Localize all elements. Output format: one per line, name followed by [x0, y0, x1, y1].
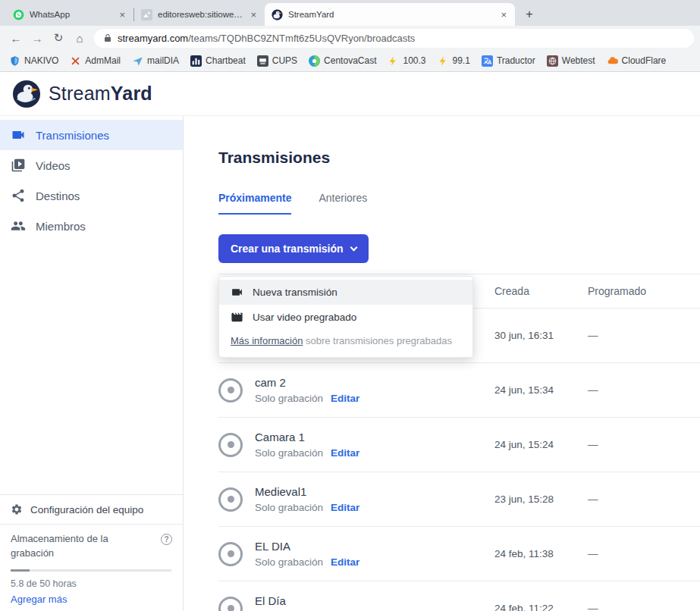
sidebar-item-destinos[interactable]: Destinos — [0, 180, 183, 211]
address-bar[interactable]: streamyard.com/teams/TQDhBC9ZNTmft6z5UsQ… — [94, 29, 694, 48]
sidebar-item-transmisiones[interactable]: Transmisiones — [0, 120, 183, 150]
broadcast-subtitle: Solo grabación — [255, 447, 323, 459]
bookmark-cloudflare[interactable]: CloudFlare — [607, 55, 667, 67]
edit-link[interactable]: Editar — [331, 447, 359, 459]
record-icon — [218, 542, 243, 566]
broadcast-title: EL DIA — [255, 540, 359, 553]
people-icon — [11, 218, 26, 233]
menu-item-prerecorded-video[interactable]: Usar video pregrabado — [219, 305, 472, 330]
bookmark-centovacast[interactable]: CentovaCast — [309, 55, 376, 67]
record-icon — [218, 433, 243, 457]
scheduled-cell: — — [588, 384, 700, 396]
bookmark-chartbeat[interactable]: Chartbeat — [190, 55, 246, 67]
bookmark-nakivo[interactable]: NAKIVO — [9, 55, 58, 67]
browser-tab-whatsapp[interactable]: WhatsApp × — [6, 3, 133, 26]
storage-progress-bar — [11, 569, 171, 572]
created-cell: 24 feb, 11:38 — [494, 548, 588, 559]
cloud-icon — [607, 55, 618, 67]
broadcast-icon — [309, 55, 320, 67]
broadcast-subtitle: Solo grabación — [255, 502, 323, 513]
forward-icon[interactable]: → — [27, 28, 47, 48]
brand-name: StreamYard — [49, 83, 152, 105]
scheduled-cell: — — [588, 603, 700, 611]
broadcast-tabs: Próximamente Anteriores — [218, 192, 700, 215]
close-icon[interactable]: × — [499, 9, 508, 20]
streamyard-favicon — [272, 9, 283, 20]
camera-icon — [231, 286, 243, 299]
page-title: Transmisiones — [218, 148, 700, 168]
more-info-link[interactable]: Más información — [231, 335, 303, 346]
globe-icon — [547, 55, 558, 67]
sidebar-bottom: Configuración del equipo Almacenamiento … — [0, 494, 183, 611]
edit-link[interactable]: Editar — [331, 556, 359, 568]
gear-icon — [11, 503, 23, 515]
sidebar-item-miembros[interactable]: Miembros — [0, 211, 183, 241]
video-library-icon — [11, 158, 26, 173]
bookmark-admmail[interactable]: AdmMail — [70, 55, 121, 67]
whatsapp-favicon — [13, 9, 24, 20]
menu-item-new-broadcast[interactable]: Nueva transmisión — [219, 280, 472, 305]
broadcast-name-cell: EL DIA Solo grabaciónEditar — [218, 540, 494, 568]
printer-icon — [257, 55, 268, 67]
create-broadcast-label: Crear una transmisión — [231, 243, 344, 255]
tab-proximamente[interactable]: Próximamente — [218, 192, 291, 215]
broadcast-name-cell: cam 2 Solo grabaciónEditar — [218, 376, 494, 404]
browser-tab-eldia[interactable]: editoresweb:sitioweb:eldia.co × — [134, 3, 265, 26]
menu-item-label: Nueva transmisión — [253, 287, 337, 298]
bookmark-label: 99.1 — [453, 55, 470, 66]
lock-icon — [103, 33, 112, 42]
menu-item-label: Usar video pregrabado — [253, 312, 356, 323]
sidebar-item-videos[interactable]: Videos — [0, 150, 183, 180]
table-row: Camara 1 Solo grabaciónEditar 24 jun, 15… — [218, 417, 700, 472]
sidebar-item-label: Transmisiones — [36, 129, 109, 142]
bookmark-label: NAKIVO — [24, 55, 58, 66]
bookmark-radio-991[interactable]: 99.1 — [438, 55, 470, 67]
storage-section: Almacenamiento de la grabación ? 5.8 de … — [0, 524, 183, 611]
bookmark-maildia[interactable]: mailDIA — [132, 55, 179, 67]
created-cell: 24 jun, 15:34 — [494, 384, 588, 396]
streamyard-logo-icon — [12, 80, 41, 108]
edit-link[interactable]: Editar — [331, 393, 359, 404]
tab-anteriores[interactable]: Anteriores — [319, 192, 367, 215]
scheduled-cell: — — [588, 330, 700, 341]
storage-label: Almacenamiento de la grabación — [11, 532, 146, 561]
bookmark-label: CentovaCast — [324, 55, 376, 66]
table-row: El Día Solo grabaciónEditar 24 feb, 11:2… — [218, 581, 700, 611]
bookmark-label: Chartbeat — [206, 55, 246, 66]
bookmark-traductor[interactable]: Traductor — [482, 55, 535, 67]
broadcast-title: El Día — [255, 594, 359, 607]
new-tab-button[interactable]: + — [520, 5, 539, 24]
close-icon[interactable]: × — [249, 9, 258, 20]
team-settings-button[interactable]: Configuración del equipo — [0, 495, 183, 524]
create-broadcast-button[interactable]: Crear una transmisión — [218, 234, 369, 263]
record-icon — [218, 487, 243, 512]
sidebar-spacer — [0, 241, 183, 494]
browser-tab-streamyard[interactable]: StreamYard × — [265, 3, 515, 26]
bookmark-cups[interactable]: CUPS — [257, 55, 297, 67]
help-icon[interactable]: ? — [161, 534, 172, 545]
record-icon — [218, 378, 243, 403]
app-header: StreamYard — [0, 72, 700, 116]
header-created: Creada — [494, 285, 588, 297]
broadcast-title: Medieval1 — [255, 485, 359, 498]
browser-toolbar: ← → ↻ ⌂ streamyard.com/teams/TQDhBC9ZNTm… — [0, 26, 700, 50]
storage-progress-fill — [11, 569, 30, 572]
reload-icon[interactable]: ↻ — [49, 28, 68, 48]
close-icon[interactable]: × — [118, 9, 127, 20]
edit-link[interactable]: Editar — [331, 502, 359, 513]
url-path: /teams/TQDhBC9ZNTmft6z5UsQVRyon/broadcas… — [188, 33, 415, 44]
brand-part1: Stream — [49, 83, 111, 104]
chart-icon — [190, 55, 202, 67]
sidebar-item-label: Miembros — [36, 220, 86, 233]
main-content: Transmisiones Próximamente Anteriores Cr… — [184, 116, 700, 611]
tab-title: StreamYard — [288, 10, 494, 19]
home-icon[interactable]: ⌂ — [70, 28, 89, 48]
record-icon — [218, 597, 243, 611]
back-icon[interactable]: ← — [6, 28, 26, 48]
broadcast-name-cell: Medieval1 Solo grabaciónEditar — [218, 485, 494, 513]
bookmark-label: 100.3 — [403, 55, 425, 66]
bookmark-webtest[interactable]: Webtest — [547, 55, 595, 67]
created-cell: 24 jun, 15:24 — [494, 439, 588, 450]
add-more-link[interactable]: Agregar más — [11, 594, 172, 605]
bookmark-radio-1003[interactable]: 100.3 — [388, 55, 425, 67]
